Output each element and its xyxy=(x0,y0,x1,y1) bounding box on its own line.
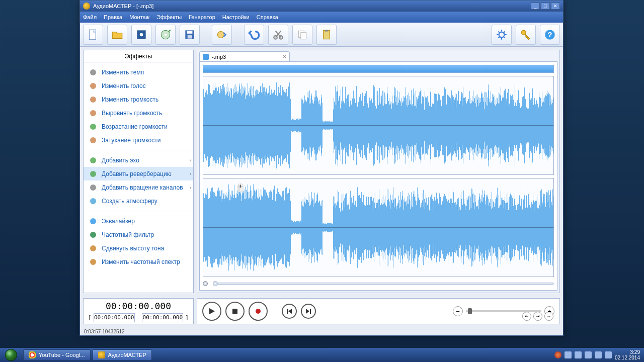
clock-icon xyxy=(89,68,98,77)
overview-waveform[interactable] xyxy=(203,65,554,73)
tray-volume-icon[interactable] xyxy=(605,351,612,358)
volume-icon xyxy=(89,95,98,104)
effect-item[interactable]: Частотный фильтр xyxy=(84,228,193,241)
effect-item[interactable]: Выровнять громкость xyxy=(84,106,193,120)
save-button[interactable] xyxy=(180,25,200,45)
bracket-right: ] xyxy=(185,314,189,321)
taskbar-label: YouTube - Googl... xyxy=(39,352,85,358)
effect-item[interactable]: Эквалайзер xyxy=(84,214,193,228)
prev-button[interactable] xyxy=(282,304,297,319)
svg-point-21 xyxy=(90,97,96,103)
record-button[interactable] xyxy=(249,302,268,321)
spectrum-icon xyxy=(89,257,98,266)
cd-import-button[interactable] xyxy=(155,25,176,45)
effect-item[interactable]: Возрастание громкости xyxy=(84,120,193,133)
status-bar: 0:03:57 10432512 xyxy=(80,327,563,335)
tray-icon[interactable] xyxy=(554,351,561,358)
effect-label: Выровнять громкость xyxy=(102,110,162,117)
range-separator: - xyxy=(137,314,140,321)
chrome-icon xyxy=(29,351,36,358)
svg-point-29 xyxy=(90,218,96,224)
menu-file[interactable]: Файл xyxy=(83,14,97,20)
svg-point-20 xyxy=(90,83,96,89)
play-button[interactable] xyxy=(202,302,221,321)
video-import-button[interactable] xyxy=(131,25,151,45)
svg-rect-13 xyxy=(324,30,330,39)
svg-point-8 xyxy=(217,31,224,38)
effect-item[interactable]: Добавить эхо‹ xyxy=(84,153,193,167)
svg-point-25 xyxy=(90,157,96,163)
effect-item[interactable]: Сдвинуть высоту тона xyxy=(84,241,193,255)
selection-end-input[interactable] xyxy=(142,313,183,322)
nav-end-button[interactable]: ⇥ xyxy=(533,312,542,321)
open-button[interactable] xyxy=(107,25,127,45)
record-source-button[interactable] xyxy=(212,25,232,45)
undo-button[interactable] xyxy=(244,25,264,45)
help-button[interactable]: ? xyxy=(540,25,560,45)
menu-montage[interactable]: Монтаж xyxy=(129,14,149,20)
next-button[interactable] xyxy=(301,304,316,319)
menu-help[interactable]: Справка xyxy=(257,14,278,20)
waveform-left[interactable] xyxy=(203,76,554,175)
tray-icon[interactable] xyxy=(575,351,582,358)
menu-effects[interactable]: Эффекты xyxy=(156,14,182,20)
stop-button[interactable] xyxy=(225,302,245,321)
effect-item[interactable]: Создать атмосферу xyxy=(84,194,193,208)
new-button[interactable] xyxy=(83,25,103,45)
system-tray: 3:29 02.12.2014 xyxy=(550,349,644,360)
tray-icon[interactable] xyxy=(585,351,592,358)
selection-start-input[interactable] xyxy=(94,313,135,322)
paste-button[interactable] xyxy=(316,25,337,45)
license-key-button[interactable] xyxy=(516,25,536,45)
nav-fit-button[interactable]: ↔ xyxy=(544,312,553,321)
filter-icon xyxy=(89,230,98,239)
slider-knob-icon xyxy=(203,281,208,286)
time-panel: 00:00:00.000 [ - ] xyxy=(83,298,194,324)
menu-edit[interactable]: Правка xyxy=(104,14,122,20)
position-slider[interactable] xyxy=(203,280,554,287)
svg-point-2 xyxy=(140,33,143,36)
copy-button[interactable] xyxy=(292,25,312,45)
effect-label: Изменить громкость xyxy=(102,96,158,103)
file-tabs: -.mp3 ✕ xyxy=(197,50,559,61)
effect-label: Эквалайзер xyxy=(102,218,135,225)
settings-button[interactable] xyxy=(492,25,512,45)
effect-item[interactable]: Добавить вращение каналов‹ xyxy=(84,180,193,194)
tray-icon[interactable] xyxy=(595,351,602,358)
taskbar[interactable]: YouTube - Googl... АудиоМАСТЕР 3:29 02.1… xyxy=(0,348,644,362)
effect-item[interactable]: Затухание громкости xyxy=(84,133,193,147)
tab-close-icon[interactable]: ✕ xyxy=(282,54,286,59)
effect-item[interactable]: Изменить громкость xyxy=(84,93,193,106)
minimize-button[interactable]: _ xyxy=(531,3,540,10)
svg-point-4 xyxy=(165,33,167,35)
effect-item[interactable]: Изменить частотный спектр xyxy=(84,255,193,268)
cut-button[interactable] xyxy=(268,25,288,45)
effect-label: Добавить вращение каналов xyxy=(102,184,183,191)
close-button[interactable]: ✕ xyxy=(551,3,560,10)
effect-item[interactable]: Изменить голос xyxy=(84,79,193,93)
svg-rect-14 xyxy=(325,30,329,31)
transport-panel: − + ⇤ ⇥ ↔ xyxy=(197,298,560,324)
zoom-out-button[interactable]: − xyxy=(453,306,463,316)
svg-rect-12 xyxy=(301,32,306,39)
svg-point-32 xyxy=(90,259,96,265)
tray-icon[interactable] xyxy=(565,351,572,358)
svg-rect-33 xyxy=(232,309,237,314)
taskbar-item-browser[interactable]: YouTube - Googl... xyxy=(23,349,91,360)
effect-item[interactable]: Изменить темп xyxy=(84,65,193,79)
menu-settings[interactable]: Настройки xyxy=(222,14,250,20)
start-button[interactable] xyxy=(0,348,22,362)
nav-start-button[interactable]: ⇤ xyxy=(522,312,531,321)
effect-item[interactable]: Добавить реверберацию‹ xyxy=(84,167,193,180)
atmos-icon xyxy=(89,197,98,206)
titlebar[interactable]: АудиоМАСТЕР - [-.mp3] _ □ ✕ xyxy=(80,1,563,12)
maximize-button[interactable]: □ xyxy=(541,3,550,10)
waveform-right[interactable] xyxy=(203,178,554,277)
taskbar-item-app[interactable]: АудиоМАСТЕР xyxy=(93,349,152,360)
toolbar: ? xyxy=(80,23,563,47)
menu-generator[interactable]: Генератор xyxy=(189,14,215,20)
file-tab[interactable]: -.mp3 ✕ xyxy=(199,51,290,61)
fadeout-icon xyxy=(89,136,98,145)
tray-clock[interactable]: 3:29 02.12.2014 xyxy=(615,349,640,360)
svg-point-27 xyxy=(90,185,96,191)
